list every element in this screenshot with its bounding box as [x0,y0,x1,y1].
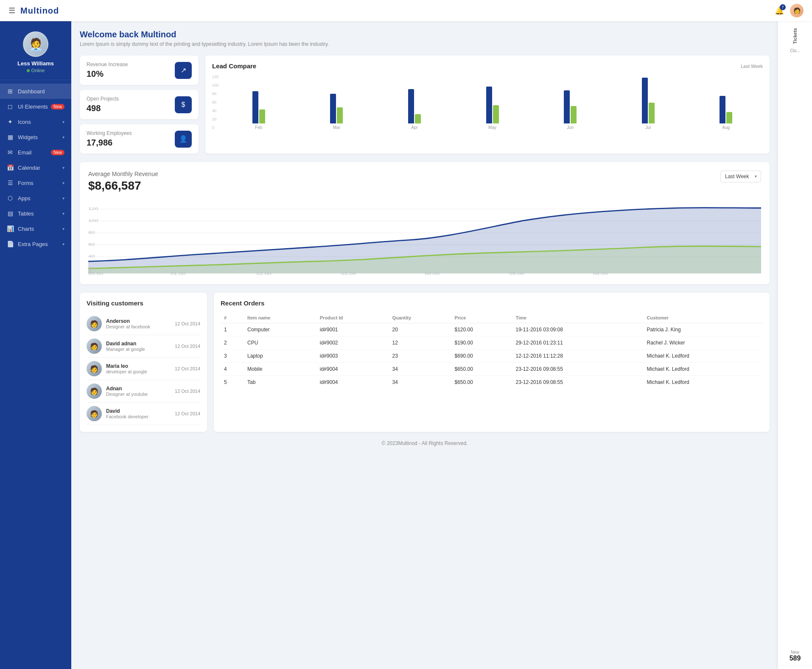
sidebar-item-calendar[interactable]: 📅 Calendar ▾ [0,160,71,175]
bar-blue-Feb [252,91,258,123]
profile-avatar: 🧑‍💼 [23,31,48,57]
widgets-icon: ▦ [7,134,14,140]
welcome-title: Welcome back Multinod [80,30,770,39]
forms-icon: ☰ [7,179,14,186]
email-icon: ✉ [7,149,14,156]
table-cell: 29-12-2016 01:23:11 [512,336,643,350]
sidebar-label-tables: Tables [18,210,34,217]
table-cell: 19-11-2016 03:09:08 [512,323,643,336]
icons-chevron: ▾ [62,120,64,124]
bar-green-Jul [649,103,655,123]
revenue-period-wrapper: Last Week Last Month Last Year [720,171,761,182]
bar-blue-Apr [408,89,414,123]
svg-text:0: 0 [88,270,92,274]
sidebar: 🧑‍💼 Less Williams Online ⊞ Dashboard ◻ U… [0,21,71,669]
col-price: Price [451,313,512,323]
hamburger-menu[interactable]: ☰ [8,6,15,15]
table-cell: id#9002 [316,336,389,350]
sidebar-item-icons[interactable]: ✦ Icons ▾ [0,114,71,129]
sidebar-item-email[interactable]: ✉ Email New [0,145,71,160]
extra-pages-icon: 📄 [7,241,14,247]
sidebar-label-dashboard: Dashboard [18,88,45,95]
customer-date: 12 Oct 2014 [175,344,200,349]
svg-text:60: 60 [88,242,95,247]
table-cell: id#9003 [316,350,389,363]
col-num: # [221,313,244,323]
y-label-100: 100 [212,83,218,87]
y-label-40: 40 [212,109,218,113]
visiting-customers-title: Visiting customers [87,300,200,307]
sidebar-item-tables[interactable]: ▤ Tables ▾ [0,206,71,221]
sidebar-item-forms[interactable]: ☰ Forms ▾ [0,175,71,190]
bar-green-May [493,105,499,123]
bar-group-Mar: Mar [300,68,374,130]
layout: 🧑‍💼 Less Williams Online ⊞ Dashboard ◻ U… [0,21,812,669]
table-cell: 12 [389,336,451,350]
bar-group-Apr: Apr [378,68,451,130]
stat-card-revenue: Revenue Increase 10% ↗ [80,56,199,85]
orders-table-head: # Item name Product Id Quantity Price Ti… [221,313,763,323]
revenue-icon: ↗ [175,62,192,79]
col-item: Item name [244,313,316,323]
calendar-chevron: ▾ [62,165,64,170]
customer-role: Designer at facebook [106,324,171,329]
customer-name: Adnan [106,386,171,392]
sidebar-item-ui-elements[interactable]: ◻ UI Elements New [0,99,71,114]
topbar: ☰ Multinod 🔔 7 🧑 [0,0,812,21]
sidebar-label-extra-pages: Extra Pages [18,241,48,247]
sidebar-nav: ⊞ Dashboard ◻ UI Elements New ✦ Icons ▾ [0,80,71,661]
sidebar-label-apps: Apps [18,195,31,202]
profile-name: Less Williams [17,60,54,67]
table-cell: Computer [244,323,316,336]
footer-text: © 2023Multinod - All Rights Reserved. [382,440,468,446]
user-avatar[interactable]: 🧑 [790,4,804,17]
revenue-card: Average Monthly Revenue $8,66,587 Last W… [80,162,770,284]
customer-role: developer at google [106,369,171,374]
table-cell: 34 [389,376,451,389]
customer-item: 🧑 Maria leo developer at google 12 Oct 2… [87,358,200,380]
stats-column: Revenue Increase 10% ↗ Open Projects 498… [80,56,199,154]
revenue-period-select[interactable]: Last Week Last Month Last Year [720,171,761,182]
customer-role: Facebook developer [106,414,171,419]
col-customer: Customer [644,313,763,323]
svg-text:06:00: 06:00 [593,271,608,276]
customer-avatar: 🧑 [87,406,102,421]
stat-card-projects: Open Projects 498 $ [80,90,199,119]
topbar-right: 🔔 7 🧑 [775,4,804,17]
svg-text:80: 80 [88,230,95,235]
status-text: Online [31,68,45,73]
ui-elements-icon: ◻ [7,103,14,110]
y-label-80: 80 [212,92,218,96]
table-cell: Rachel J. Wicker [644,336,763,350]
app-title: Multinod [20,6,59,16]
bar-label-Aug: Aug [722,125,730,130]
svg-text:120: 120 [88,206,98,211]
svg-text:100: 100 [88,218,98,223]
notification-button[interactable]: 🔔 7 [775,6,784,15]
sidebar-item-charts[interactable]: 📊 Charts ▾ [0,221,71,236]
bar-blue-Aug [720,96,725,123]
sidebar-item-dashboard[interactable]: ⊞ Dashboard [0,84,71,99]
bar-label-Apr: Apr [411,125,418,130]
bar-green-Mar [337,107,343,123]
main-content: Welcome back Multinod Lorem Ipsum is sim… [71,21,778,669]
customer-avatar: 🧑 [87,383,102,399]
sidebar-item-apps[interactable]: ⬡ Apps ▾ [0,190,71,206]
lead-compare-chart: 120 100 80 60 40 20 0 FebMarAprMayJunJul… [212,75,763,138]
table-cell: CPU [244,336,316,350]
table-cell: 1 [221,323,244,336]
revenue-section: Average Monthly Revenue $8,66,587 Last W… [80,162,770,284]
table-cell: Tab [244,376,316,389]
charts-chevron: ▾ [62,227,64,231]
customer-date: 12 Oct 2014 [175,389,200,394]
sidebar-item-widgets[interactable]: ▦ Widgets ▾ [0,129,71,145]
sidebar-profile: 🧑‍💼 Less Williams Online [0,21,71,80]
customer-date: 12 Oct 2014 [175,411,200,416]
table-cell: 23-12-2016 09:08:55 [512,363,643,376]
table-cell: $650.00 [451,363,512,376]
sidebar-item-extra-pages[interactable]: 📄 Extra Pages ▾ [0,236,71,252]
bar-blue-May [486,87,492,123]
customer-avatar: 🧑 [87,361,102,376]
topbar-left: ☰ Multinod [8,6,59,16]
bar-green-Apr [415,114,421,123]
